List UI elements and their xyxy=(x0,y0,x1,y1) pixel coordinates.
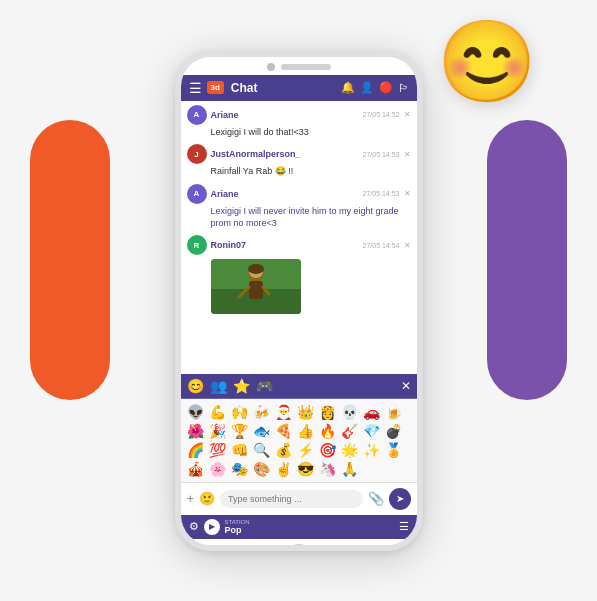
emoji-picker: 😊 👥 ⭐ 🎮 ✕ 👽 💪 🙌 🍻 🎅 👑 👸 💀 🚗 🍺 🌺 🎉 � xyxy=(181,374,417,482)
emoji-money[interactable]: 💰 xyxy=(273,441,294,459)
emoji-fist[interactable]: 👊 xyxy=(229,441,250,459)
plus-icon[interactable]: + xyxy=(187,491,195,506)
message-header: J JustAnormalperson_ 27/05 14:53 ✕ xyxy=(187,144,411,164)
message-sender: Ronin07 xyxy=(211,240,247,250)
emoji-thumbs[interactable]: 👍 xyxy=(295,422,316,440)
message-sender: Ariane xyxy=(211,189,239,199)
emoji-target[interactable]: 🎯 xyxy=(317,441,338,459)
alert-icon[interactable]: 🔴 xyxy=(379,81,393,94)
emoji-alien[interactable]: 👽 xyxy=(185,403,206,421)
emoji-princess[interactable]: 👸 xyxy=(317,403,338,421)
emoji-victory[interactable]: ✌️ xyxy=(273,460,294,478)
avatar: A xyxy=(187,184,207,204)
phone-top-bar xyxy=(181,57,417,75)
message-close[interactable]: ✕ xyxy=(404,189,411,198)
play-button[interactable]: ▶ xyxy=(204,519,220,535)
emoji-medal[interactable]: 🏅 xyxy=(383,441,404,459)
send-button[interactable]: ➤ xyxy=(389,488,411,510)
message-row: J JustAnormalperson_ 27/05 14:53 ✕ Rainf… xyxy=(187,144,411,178)
phone-frame: ☰ 3d Chat 🔔 👤 🔴 🏳 A Ariane 27/05 14:52 ✕ xyxy=(175,51,423,551)
message-header: A Ariane 27/05 14:53 ✕ xyxy=(187,184,411,204)
emoji-masks[interactable]: 🎭 xyxy=(229,460,250,478)
emoji-guitar[interactable]: 🎸 xyxy=(339,422,360,440)
user-icon[interactable]: 👤 xyxy=(360,81,374,94)
image-content xyxy=(211,259,301,314)
emoji-circus[interactable]: 🎪 xyxy=(185,460,206,478)
emoji-beer[interactable]: 🍺 xyxy=(383,403,404,421)
emoji-tab-star[interactable]: ⭐ xyxy=(233,378,250,394)
emoji-raise[interactable]: 🙌 xyxy=(229,403,250,421)
bottom-menu-icon[interactable]: ☰ xyxy=(399,520,409,533)
app-header: ☰ 3d Chat 🔔 👤 🔴 🏳 xyxy=(181,75,417,101)
floating-emoji: 😊 xyxy=(437,15,537,109)
emoji-unicorn[interactable]: 🦄 xyxy=(317,460,338,478)
emoji-car[interactable]: 🚗 xyxy=(361,403,382,421)
message-time: 27/05 14:52 xyxy=(363,111,400,118)
emoji-sparkle[interactable]: ✨ xyxy=(361,441,382,459)
emoji-fish[interactable]: 🐟 xyxy=(251,422,272,440)
emoji-100[interactable]: 💯 xyxy=(207,441,228,459)
avatar: R xyxy=(187,235,207,255)
app-title: Chat xyxy=(231,81,336,95)
message-header: R Ronin07 27/05 14:54 ✕ xyxy=(187,235,411,255)
emoji-rainbow[interactable]: 🌈 xyxy=(185,441,206,459)
notification-icon[interactable]: 🔔 xyxy=(341,81,355,94)
emoji-cool[interactable]: 😎 xyxy=(295,460,316,478)
phone-home-area xyxy=(181,539,417,551)
emoji-flower[interactable]: 🌺 xyxy=(185,422,206,440)
header-icons: 🔔 👤 🔴 🏳 xyxy=(341,81,409,94)
emoji-tab-smile[interactable]: 😊 xyxy=(187,378,204,394)
play-icon: ▶ xyxy=(209,522,215,531)
message-input[interactable] xyxy=(220,490,362,508)
emoji-lightning[interactable]: ⚡ xyxy=(295,441,316,459)
input-bar: + 🙂 📎 ➤ xyxy=(181,482,417,515)
message-close[interactable]: ✕ xyxy=(404,110,411,119)
emoji-trophy[interactable]: 🏆 xyxy=(229,422,250,440)
emoji-tabs: 😊 👥 ⭐ 🎮 ✕ xyxy=(181,374,417,399)
emoji-pray[interactable]: 🙏 xyxy=(339,460,360,478)
emoji-art[interactable]: 🎨 xyxy=(251,460,272,478)
emoji-fire[interactable]: 🔥 xyxy=(317,422,338,440)
message-row: R Ronin07 27/05 14:54 ✕ xyxy=(187,235,411,314)
emoji-santa[interactable]: 🎅 xyxy=(273,403,294,421)
emoji-crown[interactable]: 👑 xyxy=(295,403,316,421)
message-text: Lexigigi I will never invite him to my e… xyxy=(211,206,411,229)
menu-icon[interactable]: ☰ xyxy=(189,80,202,96)
emoji-party[interactable]: 🎉 xyxy=(207,422,228,440)
message-row: A Ariane 27/05 14:52 ✕ Lexigigi I will d… xyxy=(187,105,411,139)
svg-point-7 xyxy=(248,264,264,274)
message-time: 27/05 14:53 xyxy=(363,151,400,158)
home-button[interactable] xyxy=(284,544,314,551)
emoji-pizza[interactable]: 🍕 xyxy=(273,422,294,440)
avatar: J xyxy=(187,144,207,164)
emoji-diamond[interactable]: 💎 xyxy=(361,422,382,440)
attach-icon[interactable]: 📎 xyxy=(368,491,384,506)
emoji-skull[interactable]: 💀 xyxy=(339,403,360,421)
message-header: A Ariane 27/05 14:52 ✕ xyxy=(187,105,411,125)
emoji-star[interactable]: 🌟 xyxy=(339,441,360,459)
app-logo: 3d xyxy=(207,81,224,94)
message-row: A Ariane 27/05 14:53 ✕ Lexigigi I will n… xyxy=(187,184,411,229)
station-name: Pop xyxy=(225,525,394,535)
emoji-icon[interactable]: 🙂 xyxy=(199,491,215,506)
phone-camera xyxy=(267,63,275,71)
message-close[interactable]: ✕ xyxy=(404,241,411,250)
message-image xyxy=(211,259,301,314)
svg-rect-3 xyxy=(249,281,263,299)
emoji-search[interactable]: 🔍 xyxy=(251,441,272,459)
chat-area: A Ariane 27/05 14:52 ✕ Lexigigi I will d… xyxy=(181,101,417,374)
emoji-tab-people[interactable]: 👥 xyxy=(210,378,227,394)
message-close[interactable]: ✕ xyxy=(404,150,411,159)
eq-icon[interactable]: ⚙ xyxy=(189,520,199,533)
message-time: 27/05 14:54 xyxy=(363,242,400,249)
app-ui: ☰ 3d Chat 🔔 👤 🔴 🏳 A Ariane 27/05 14:52 ✕ xyxy=(181,75,417,539)
emoji-tab-game[interactable]: 🎮 xyxy=(256,378,273,394)
flag-icon[interactable]: 🏳 xyxy=(398,82,409,94)
phone-speaker xyxy=(281,64,331,70)
emoji-flex[interactable]: 💪 xyxy=(207,403,228,421)
avatar: A xyxy=(187,105,207,125)
emoji-close-button[interactable]: ✕ xyxy=(401,379,411,393)
emoji-blossom[interactable]: 🌸 xyxy=(207,460,228,478)
emoji-bomb[interactable]: 💣 xyxy=(383,422,404,440)
emoji-cheers[interactable]: 🍻 xyxy=(251,403,272,421)
